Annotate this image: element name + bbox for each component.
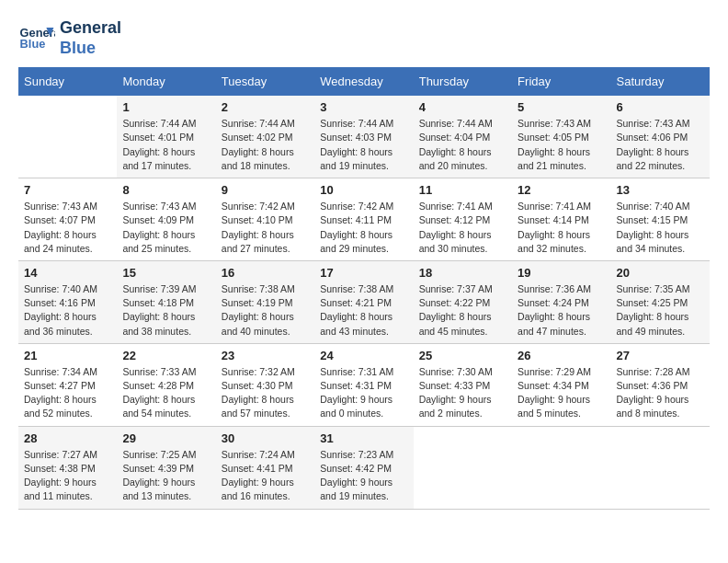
day-number: 30 <box>222 431 309 445</box>
day-number: 10 <box>320 183 407 197</box>
calendar-cell: 28Sunrise: 7:27 AMSunset: 4:38 PMDayligh… <box>18 426 117 509</box>
logo-text: General Blue <box>60 18 121 58</box>
day-number: 18 <box>419 266 506 280</box>
calendar-cell: 22Sunrise: 7:33 AMSunset: 4:28 PMDayligh… <box>117 343 215 426</box>
day-info: Sunrise: 7:38 AMSunset: 4:21 PMDaylight:… <box>320 282 407 339</box>
day-number: 22 <box>122 349 210 362</box>
day-number: 4 <box>419 100 506 114</box>
week-row-5: 28Sunrise: 7:27 AMSunset: 4:38 PMDayligh… <box>18 426 710 509</box>
calendar-cell: 8Sunrise: 7:43 AMSunset: 4:09 PMDaylight… <box>117 178 215 261</box>
day-number: 8 <box>122 183 210 197</box>
day-number: 29 <box>122 431 210 445</box>
calendar-cell: 2Sunrise: 7:44 AMSunset: 4:02 PMDaylight… <box>216 96 314 178</box>
day-info: Sunrise: 7:39 AMSunset: 4:18 PMDaylight:… <box>122 282 210 339</box>
calendar-cell: 12Sunrise: 7:41 AMSunset: 4:14 PMDayligh… <box>512 178 610 261</box>
calendar-cell: 26Sunrise: 7:29 AMSunset: 4:34 PMDayligh… <box>512 343 610 426</box>
day-number: 21 <box>24 349 111 362</box>
day-info: Sunrise: 7:42 AMSunset: 4:10 PMDaylight:… <box>222 200 309 256</box>
day-info: Sunrise: 7:27 AMSunset: 4:38 PMDaylight:… <box>24 448 111 504</box>
calendar-cell: 17Sunrise: 7:38 AMSunset: 4:21 PMDayligh… <box>314 260 413 343</box>
week-row-1: 1Sunrise: 7:44 AMSunset: 4:01 PMDaylight… <box>18 96 710 178</box>
calendar-cell: 15Sunrise: 7:39 AMSunset: 4:18 PMDayligh… <box>117 260 215 343</box>
weekday-header-row: SundayMondayTuesdayWednesdayThursdayFrid… <box>18 67 710 96</box>
day-number: 6 <box>617 100 704 114</box>
calendar-cell: 10Sunrise: 7:42 AMSunset: 4:11 PMDayligh… <box>314 178 413 261</box>
weekday-header-thursday: Thursday <box>414 67 512 96</box>
calendar-cell: 20Sunrise: 7:35 AMSunset: 4:25 PMDayligh… <box>611 260 710 343</box>
day-info: Sunrise: 7:33 AMSunset: 4:28 PMDaylight:… <box>122 365 210 421</box>
day-number: 16 <box>222 266 309 280</box>
day-info: Sunrise: 7:24 AMSunset: 4:41 PMDaylight:… <box>222 448 309 504</box>
day-info: Sunrise: 7:43 AMSunset: 4:09 PMDaylight:… <box>122 200 210 256</box>
week-row-4: 21Sunrise: 7:34 AMSunset: 4:27 PMDayligh… <box>18 343 710 426</box>
day-number: 25 <box>419 349 506 362</box>
day-number: 27 <box>617 349 704 362</box>
calendar-cell: 27Sunrise: 7:28 AMSunset: 4:36 PMDayligh… <box>611 343 710 426</box>
day-number: 11 <box>419 183 506 197</box>
calendar-cell: 21Sunrise: 7:34 AMSunset: 4:27 PMDayligh… <box>18 343 117 426</box>
day-info: Sunrise: 7:32 AMSunset: 4:30 PMDaylight:… <box>222 365 309 421</box>
weekday-header-wednesday: Wednesday <box>314 67 413 96</box>
week-row-3: 14Sunrise: 7:40 AMSunset: 4:16 PMDayligh… <box>18 260 710 343</box>
day-info: Sunrise: 7:40 AMSunset: 4:16 PMDaylight:… <box>24 282 111 339</box>
calendar-cell: 4Sunrise: 7:44 AMSunset: 4:04 PMDaylight… <box>414 96 512 178</box>
day-info: Sunrise: 7:44 AMSunset: 4:03 PMDaylight:… <box>320 117 407 173</box>
logo-icon: General Blue <box>18 20 55 57</box>
calendar-cell: 9Sunrise: 7:42 AMSunset: 4:10 PMDaylight… <box>216 178 314 261</box>
weekday-header-tuesday: Tuesday <box>216 67 314 96</box>
day-number: 26 <box>518 349 605 362</box>
calendar-cell: 31Sunrise: 7:23 AMSunset: 4:42 PMDayligh… <box>314 426 413 509</box>
calendar-cell: 11Sunrise: 7:41 AMSunset: 4:12 PMDayligh… <box>414 178 512 261</box>
day-number: 14 <box>24 266 111 280</box>
day-number: 24 <box>320 349 407 362</box>
day-number: 13 <box>617 183 704 197</box>
page-header: General Blue General Blue <box>18 18 710 58</box>
calendar-cell <box>611 426 710 509</box>
day-info: Sunrise: 7:44 AMSunset: 4:02 PMDaylight:… <box>222 117 309 173</box>
day-number: 19 <box>518 266 605 280</box>
day-info: Sunrise: 7:42 AMSunset: 4:11 PMDaylight:… <box>320 200 407 256</box>
day-number: 28 <box>24 431 111 445</box>
calendar-cell: 13Sunrise: 7:40 AMSunset: 4:15 PMDayligh… <box>611 178 710 261</box>
day-number: 1 <box>122 100 210 114</box>
calendar-cell <box>18 96 117 178</box>
day-number: 23 <box>222 349 309 362</box>
day-info: Sunrise: 7:25 AMSunset: 4:39 PMDaylight:… <box>122 448 210 504</box>
calendar-cell: 29Sunrise: 7:25 AMSunset: 4:39 PMDayligh… <box>117 426 215 509</box>
calendar-cell: 7Sunrise: 7:43 AMSunset: 4:07 PMDaylight… <box>18 178 117 261</box>
calendar-table: SundayMondayTuesdayWednesdayThursdayFrid… <box>18 67 710 509</box>
day-info: Sunrise: 7:29 AMSunset: 4:34 PMDaylight:… <box>518 365 605 421</box>
day-info: Sunrise: 7:43 AMSunset: 4:05 PMDaylight:… <box>518 117 605 173</box>
day-number: 17 <box>320 266 407 280</box>
calendar-cell <box>512 426 610 509</box>
calendar-cell: 23Sunrise: 7:32 AMSunset: 4:30 PMDayligh… <box>216 343 314 426</box>
day-info: Sunrise: 7:44 AMSunset: 4:04 PMDaylight:… <box>419 117 506 173</box>
calendar-cell: 16Sunrise: 7:38 AMSunset: 4:19 PMDayligh… <box>216 260 314 343</box>
weekday-header-monday: Monday <box>117 67 215 96</box>
weekday-header-friday: Friday <box>512 67 610 96</box>
day-info: Sunrise: 7:44 AMSunset: 4:01 PMDaylight:… <box>122 117 210 173</box>
calendar-cell: 1Sunrise: 7:44 AMSunset: 4:01 PMDaylight… <box>117 96 215 178</box>
day-number: 7 <box>24 183 111 197</box>
calendar-cell: 18Sunrise: 7:37 AMSunset: 4:22 PMDayligh… <box>414 260 512 343</box>
calendar-cell <box>414 426 512 509</box>
logo-line2: Blue <box>60 39 121 59</box>
day-number: 5 <box>518 100 605 114</box>
calendar-cell: 30Sunrise: 7:24 AMSunset: 4:41 PMDayligh… <box>216 426 314 509</box>
day-info: Sunrise: 7:43 AMSunset: 4:06 PMDaylight:… <box>617 117 704 173</box>
day-number: 31 <box>320 431 407 445</box>
day-info: Sunrise: 7:37 AMSunset: 4:22 PMDaylight:… <box>419 282 506 339</box>
day-number: 20 <box>617 266 704 280</box>
day-number: 15 <box>122 266 210 280</box>
calendar-cell: 24Sunrise: 7:31 AMSunset: 4:31 PMDayligh… <box>314 343 413 426</box>
calendar-cell: 25Sunrise: 7:30 AMSunset: 4:33 PMDayligh… <box>414 343 512 426</box>
day-info: Sunrise: 7:30 AMSunset: 4:33 PMDaylight:… <box>419 365 506 421</box>
day-number: 9 <box>222 183 309 197</box>
day-info: Sunrise: 7:34 AMSunset: 4:27 PMDaylight:… <box>24 365 111 421</box>
day-number: 3 <box>320 100 407 114</box>
day-info: Sunrise: 7:31 AMSunset: 4:31 PMDaylight:… <box>320 365 407 421</box>
day-number: 2 <box>222 100 309 114</box>
svg-text:Blue: Blue <box>20 37 46 51</box>
logo: General Blue General Blue <box>18 18 121 58</box>
day-info: Sunrise: 7:23 AMSunset: 4:42 PMDaylight:… <box>320 448 407 504</box>
